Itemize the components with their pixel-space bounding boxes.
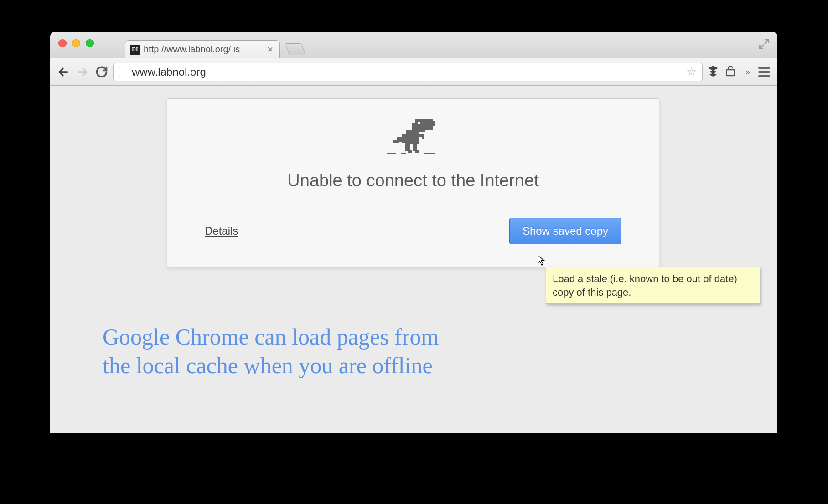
svg-rect-1 — [415, 119, 433, 130]
reload-button[interactable] — [94, 64, 109, 80]
page-content: Unable to connect to the Internet Detail… — [50, 86, 777, 433]
minimize-window-button[interactable] — [72, 39, 80, 47]
window-controls — [58, 39, 94, 47]
svg-rect-10 — [422, 134, 424, 139]
new-tab-button[interactable] — [285, 43, 305, 55]
url-text: www.labnol.org — [132, 66, 682, 78]
details-link[interactable]: Details — [205, 225, 238, 237]
show-saved-copy-button[interactable]: Show saved copy — [509, 218, 621, 244]
dino-icon — [167, 117, 659, 160]
svg-rect-8 — [393, 140, 399, 143]
toolbar: www.labnol.org ☆ » — [50, 58, 777, 86]
svg-rect-15 — [418, 122, 420, 124]
error-title: Unable to connect to the Internet — [167, 171, 659, 190]
svg-rect-13 — [408, 150, 412, 153]
tab-favicon: DI — [130, 45, 140, 55]
tab-title: http://www.labnol.org/ is — [144, 44, 263, 55]
annotation-line-2: the local cache when you are offline — [103, 351, 439, 380]
zoom-window-button[interactable] — [86, 39, 94, 47]
tooltip: Load a stale (i.e. known to be out of da… — [546, 267, 760, 304]
browser-window: DI http://www.labnol.org/ is × www.labno… — [50, 32, 777, 433]
svg-rect-3 — [432, 121, 435, 126]
svg-rect-0 — [726, 69, 734, 75]
annotation-text: Google Chrome can load pages from the lo… — [103, 323, 439, 380]
browser-tab[interactable]: DI http://www.labnol.org/ is × — [125, 40, 280, 58]
buffer-extension-icon[interactable] — [706, 65, 720, 79]
bookmark-star-icon[interactable]: ☆ — [686, 65, 697, 79]
address-bar[interactable]: www.labnol.org ☆ — [113, 63, 703, 81]
tab-close-button[interactable]: × — [266, 44, 274, 56]
svg-rect-11 — [405, 143, 410, 151]
forward-button[interactable] — [75, 64, 90, 80]
fullscreen-icon[interactable] — [758, 38, 770, 52]
annotation-line-1: Google Chrome can load pages from — [103, 323, 439, 351]
svg-rect-12 — [413, 143, 417, 151]
overflow-chevron-icon[interactable]: » — [741, 67, 755, 77]
lock-extension-icon[interactable] — [724, 65, 737, 79]
error-actions: Details Show saved copy — [167, 190, 659, 267]
page-icon — [119, 67, 127, 77]
svg-rect-5 — [406, 130, 419, 144]
titlebar: DI http://www.labnol.org/ is × — [50, 32, 777, 58]
close-window-button[interactable] — [58, 39, 67, 47]
hamburger-icon — [758, 67, 770, 77]
back-button[interactable] — [56, 64, 71, 80]
offline-error-card: Unable to connect to the Internet Detail… — [167, 98, 659, 267]
menu-button[interactable] — [758, 67, 772, 77]
svg-rect-14 — [415, 150, 419, 153]
